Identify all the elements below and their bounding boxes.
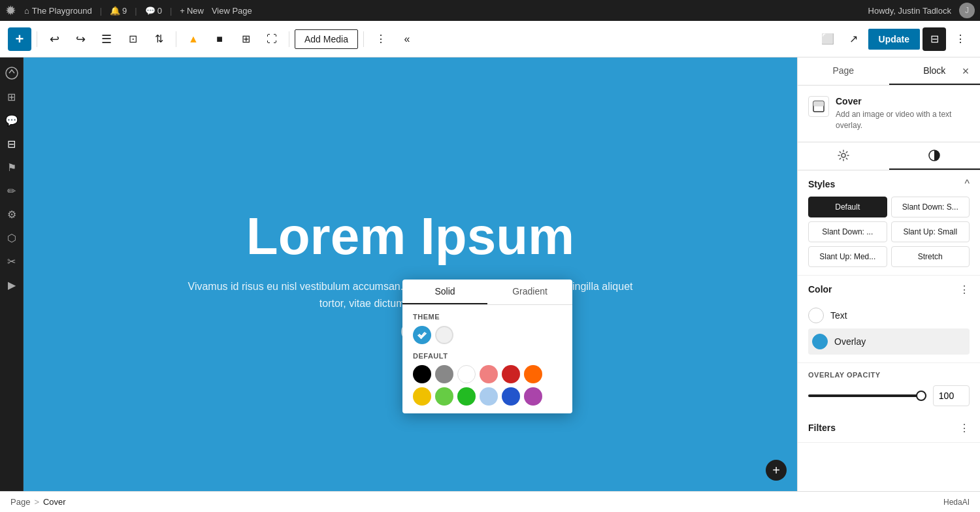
howdy-text: Howdy, Justin Tadlock [868,6,951,16]
toolbar-sep-3 [289,31,289,47]
redo-button[interactable]: ↪ [69,27,92,51]
sidebar-item-settings[interactable]: ⚙ [1,204,22,225]
list-view-button[interactable]: ☰ [95,27,118,51]
block-nav-button[interactable]: ⊡ [121,27,144,51]
arrows-button[interactable]: ⇅ [147,27,171,51]
toolbar-sep-1 [37,31,37,47]
comments-count: 0 [157,6,162,16]
update-button[interactable]: Update [868,29,920,50]
swatch-orange[interactable] [524,365,542,383]
sidebar-item-tools[interactable]: ✏ [1,180,22,201]
block-square-button[interactable]: ■ [208,27,231,51]
filters-more-button[interactable]: ⋮ [959,422,970,434]
collapse-button[interactable]: « [395,27,419,51]
sidebar-item-patterns[interactable]: ⊞ [1,86,22,107]
color-picker-tabs: Solid Gradient [402,280,572,305]
admin-separator-3: | [170,6,172,16]
desktop-view-button[interactable]: ⬜ [816,27,840,51]
swatch-gray[interactable] [435,365,453,383]
theme-label: THEME [413,313,562,321]
swatch-pink[interactable] [480,365,498,383]
style-slant-down-s[interactable]: Slant Down: S... [891,197,970,217]
swatch-lightgreen[interactable] [435,387,453,406]
sidebar-item-plugins[interactable]: ⬡ [1,227,22,248]
style-stretch[interactable]: Stretch [891,246,970,267]
tab-solid[interactable]: Solid [402,280,487,304]
swatch-white[interactable] [457,365,476,383]
overlay-opacity-label: OVERLAY OPACITY [808,371,970,379]
site-name[interactable]: ⌂ The Playground [24,6,92,16]
styles-title: Styles [808,179,835,189]
more-options-button[interactable]: ⋮ [369,27,393,51]
theme-swatch-white[interactable] [435,326,453,344]
notifications[interactable]: 🔔 9 [110,6,127,16]
swatch-purple[interactable] [524,387,542,406]
styles-tab[interactable] [889,142,981,170]
sidebar-item-media[interactable]: ▶ [1,274,22,295]
styles-collapse-button[interactable]: ^ [964,178,970,190]
right-panel: Page Block × Cover Add an image or video… [797,57,980,491]
external-view-button[interactable]: ↗ [842,27,866,51]
tab-page[interactable]: Page [798,57,889,85]
panel-tabs: Page Block × [798,57,980,86]
split-view-button[interactable]: ⊟ [923,27,946,51]
swatch-green[interactable] [457,387,476,406]
comments[interactable]: 💬 0 [145,6,162,16]
swatch-black[interactable] [413,365,431,383]
block-description: Add an image or video with a text overla… [836,109,970,131]
new-label: New [187,6,204,16]
sidebar-item-logo[interactable] [1,63,22,84]
svg-point-3 [841,153,845,157]
add-media-button[interactable]: Add Media [295,29,358,49]
breadcrumb: Page > Cover HedaAI [0,491,980,512]
warning-button[interactable]: ▲ [182,27,205,51]
notifications-count: 9 [122,6,127,16]
block-icon [808,96,829,117]
swatch-lightblue[interactable] [480,387,498,406]
style-default[interactable]: Default [808,197,887,217]
opacity-slider[interactable] [808,394,926,397]
admin-separator-1: | [100,6,102,16]
default-color-section: DEFAULT [402,352,572,413]
view-page-link[interactable]: View Page [212,6,252,16]
add-block-button[interactable]: + [8,27,31,51]
swatch-yellow[interactable] [413,387,431,406]
color-more-button[interactable]: ⋮ [959,283,970,296]
sidebar-item-design[interactable]: ✂ [1,251,22,272]
text-color-circle [808,308,824,323]
canvas-add-button[interactable]: + [766,460,787,481]
opacity-input[interactable]: 100 [933,385,970,406]
color-section: Color ⋮ Text Overlay [798,276,980,363]
theme-swatch-blue[interactable] [413,326,431,344]
default-label: DEFAULT [413,352,562,360]
breadcrumb-sep: > [34,497,39,507]
left-sidebar: ⊞ 💬 ⊟ ⚑ ✏ ⚙ ⬡ ✂ ▶ [0,57,24,491]
wp-logo: ✹ [5,3,16,18]
color-item-overlay[interactable]: Overlay [808,328,970,355]
plus-icon: + [180,6,185,16]
sidebar-item-blocks[interactable]: ⊟ [1,133,22,154]
style-slant-up-med[interactable]: Slant Up: Med... [808,246,887,267]
settings-tab[interactable] [798,142,889,170]
editor-options-button[interactable]: ⋮ [949,27,972,51]
breadcrumb-cover[interactable]: Cover [43,497,66,507]
undo-button[interactable]: ↩ [42,27,66,51]
fullscreen-button[interactable]: ⛶ [260,27,284,51]
default-swatches [413,365,562,383]
svg-point-0 [6,67,18,79]
editor-toolbar: + ↩ ↪ ☰ ⊡ ⇅ ▲ ■ ⊞ ⛶ Add Media ⋮ « ⬜ ↗ Up… [0,21,980,57]
swatch-red[interactable] [502,365,520,383]
style-slant-down[interactable]: Slant Down: ... [808,221,887,242]
swatch-blue[interactable] [502,387,520,406]
styles-header[interactable]: Styles ^ [808,178,970,190]
style-slant-up-small[interactable]: Slant Up: Small [891,221,970,242]
sidebar-item-bookmarks[interactable]: ⚑ [1,157,22,178]
color-item-text[interactable]: Text [808,302,970,328]
tab-gradient[interactable]: Gradient [487,280,572,304]
new-link[interactable]: + New [180,6,204,16]
panel-close-button[interactable]: × [956,62,975,80]
filters-title: Filters [808,423,836,433]
breadcrumb-page[interactable]: Page [10,497,30,507]
sidebar-item-comments[interactable]: 💬 [1,110,22,131]
grid-button[interactable]: ⊞ [234,27,257,51]
